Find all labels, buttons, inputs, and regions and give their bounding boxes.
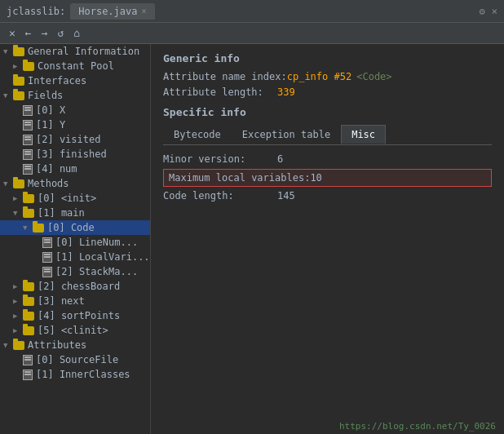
tree-label: [3] finished [36,148,107,160]
tree-label: [3] next [38,295,85,307]
tree-label: [0] Code [47,222,95,233]
settings-icon[interactable]: ⚙ [480,6,485,17]
arrow-methods [3,179,13,188]
back-button[interactable]: ← [23,26,34,40]
tree-item-field-0[interactable]: [0] X [0,103,150,117]
tree-label: [2] visited [36,134,100,145]
tree-item-code[interactable]: [0] Code [0,220,150,235]
tree-label: [4] sortPoints [38,310,120,321]
tree-item-attributes[interactable]: Attributes [0,338,150,352]
tree-item-sortpoints[interactable]: [4] sortPoints [0,308,150,323]
main-layout: General Information Constant Pool Interf… [0,44,504,434]
folder-icon [13,179,24,188]
tree-label: [1] main [38,207,85,219]
tree-label: [2] StackMa... [55,266,138,277]
file-tab[interactable]: Horse.java × [70,3,154,20]
tree-item-localvar[interactable]: [1] LocalVari... [0,250,150,264]
footer: https://blog.csdn.net/Ty_0026 [331,418,504,434]
tree-label: [4] num [36,163,77,175]
code-tag: <Code> [356,71,391,82]
tree-label: Interfaces [28,75,86,86]
attr-length-value: 339 [277,86,295,98]
tree-item-method-0[interactable]: [0] <init> [0,191,150,206]
tree-label: [1] Y [36,119,65,131]
tree-item-sourcefile[interactable]: [0] SourceFile [0,352,150,367]
arrow-clinit [13,326,23,334]
doc-icon [23,355,33,365]
arrow-fields [3,91,13,100]
title-bar: jclasslib: Horse.java × ⚙ × [0,0,504,23]
tree-label: [1] LocalVari... [55,251,150,263]
tree-item-methods[interactable]: Methods [0,176,150,191]
tab-bytecode[interactable]: Bytecode [163,125,232,144]
tree-item-constant-pool[interactable]: Constant Pool [0,59,150,73]
window-close-icon[interactable]: × [492,6,497,17]
doc-icon [42,267,52,277]
tab-misc[interactable]: Misc [341,125,386,144]
attr-name-value: cp_info #52 [287,71,351,82]
tree-label: [5] <clinit> [38,325,108,336]
specific-info-title: Specific info [163,106,492,118]
arrow-method-0 [13,194,23,202]
minor-version-label: Minor version: [163,153,277,165]
attr-name-label: Attribute name index: [163,71,287,82]
tree-item-stackma[interactable]: [2] StackMa... [0,264,150,279]
arrow-next [13,297,23,305]
attr-length-row: Attribute length: 339 [163,86,492,98]
attr-length-label: Attribute length: [163,86,277,98]
tree-item-interfaces[interactable]: Interfaces [0,73,150,88]
tree-label: [2] chessBoard [38,281,120,292]
tree-item-next[interactable]: [3] next [0,294,150,308]
code-length-value: 145 [277,190,295,202]
tree-item-innerclasses[interactable]: [1] InnerClasses [0,367,150,382]
app-label: jclasslib: [7,6,65,17]
footer-url: https://blog.csdn.net/Ty_0026 [339,421,496,432]
toolbar: ✕ ← → ↺ ⌂ [0,23,504,44]
doc-icon [23,120,33,131]
tree-item-field-3[interactable]: [3] finished [0,147,150,162]
code-length-label: Code length: [163,190,277,202]
home-button[interactable]: ⌂ [71,26,82,40]
doc-icon [23,370,33,380]
tree-label: Constant Pool [38,60,114,72]
attr-name-row: Attribute name index: cp_info #52 <Code> [163,71,492,82]
folder-icon [13,47,24,56]
folder-icon [23,312,34,321]
max-local-vars-value: 10 [310,172,321,184]
folder-icon [23,326,34,335]
tree-label: [1] InnerClasses [36,369,130,380]
close-tab-icon[interactable]: × [142,7,147,16]
arrow-constant-pool [13,62,23,70]
tree-item-method-1[interactable]: [1] main [0,206,150,220]
doc-icon [23,149,33,160]
minor-version-value: 6 [277,153,283,165]
folder-icon [23,209,34,218]
tab-exception-table[interactable]: Exception table [232,125,341,144]
folder-icon [23,194,34,203]
minor-version-row: Minor version: 6 [163,153,492,165]
tree-label: [0] X [36,104,65,116]
folder-icon [23,282,34,291]
tree-item-field-4[interactable]: [4] num [0,162,150,176]
close-button[interactable]: ✕ [7,26,18,40]
max-local-vars-row: Maximum local variables: 10 [163,169,492,187]
refresh-button[interactable]: ↺ [55,26,66,40]
tree-item-field-2[interactable]: [2] visited [0,132,150,147]
arrow-chessboard [13,282,23,290]
arrow-code [23,224,33,232]
forward-button[interactable]: → [39,26,51,40]
tree-item-clinit[interactable]: [5] <clinit> [0,323,150,338]
arrow-method-1 [13,209,23,217]
tree-label: General Information [28,46,139,57]
tree-item-chessboard[interactable]: [2] chessBoard [0,279,150,294]
tree-label: [0] LineNum... [55,237,138,248]
title-icons: ⚙ × [480,6,497,17]
tree-label: Methods [28,178,69,189]
tree-item-fields[interactable]: Fields [0,88,150,103]
tree-item-field-1[interactable]: [1] Y [0,117,150,132]
arrow-general-info [3,47,13,55]
tree-item-linenum[interactable]: [0] LineNum... [0,235,150,250]
tree-item-general-info[interactable]: General Information [0,44,150,59]
tree-label: Attributes [28,339,86,351]
doc-icon [42,252,52,263]
